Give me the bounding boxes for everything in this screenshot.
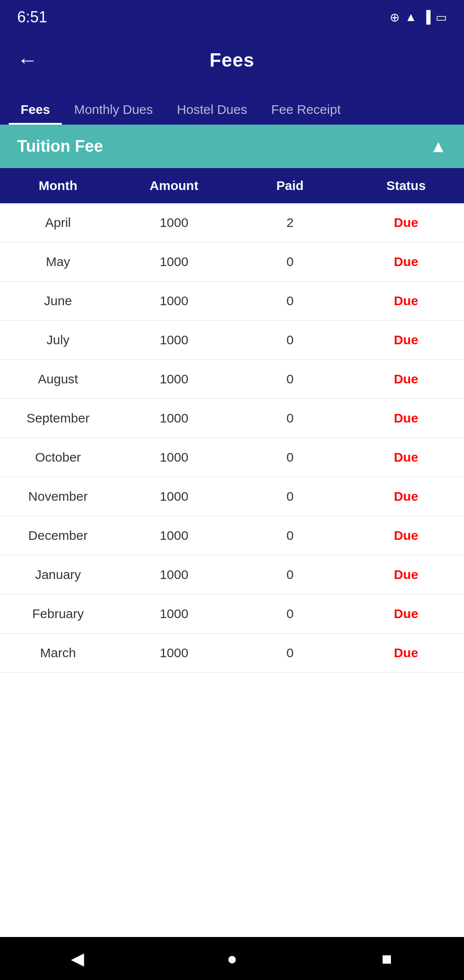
cell-status: Due [348, 477, 464, 516]
nav-back-button[interactable]: ◀ [60, 941, 95, 976]
nav-home-icon: ● [227, 949, 237, 968]
cell-month: May [0, 242, 116, 281]
col-header-status: Status [348, 168, 464, 203]
header: ← Fees [0, 34, 464, 86]
cell-paid: 0 [232, 594, 348, 633]
cell-status: Due [348, 399, 464, 438]
cell-paid: 0 [232, 634, 348, 672]
tab-hostel-dues[interactable]: Hostel Dues [165, 95, 259, 125]
cell-status: Due [348, 282, 464, 320]
table-row: March10000Due [0, 634, 464, 673]
cell-paid: 0 [232, 282, 348, 320]
cell-amount: 1000 [116, 634, 232, 672]
cell-amount: 1000 [116, 242, 232, 281]
cell-amount: 1000 [116, 594, 232, 633]
back-button[interactable]: ← [17, 50, 38, 70]
cell-month: June [0, 282, 116, 320]
cell-amount: 1000 [116, 321, 232, 359]
tab-fees[interactable]: Fees [9, 95, 62, 125]
table-row: November10000Due [0, 477, 464, 516]
back-arrow-icon: ← [17, 49, 38, 71]
cell-paid: 0 [232, 360, 348, 398]
battery-icon: ▭ [436, 10, 447, 24]
nav-back-icon: ◀ [71, 949, 84, 968]
status-time: 6:51 [17, 8, 47, 26]
cell-month: December [0, 516, 116, 555]
cell-paid: 0 [232, 242, 348, 281]
page-title: Fees [210, 49, 254, 71]
col-header-amount: Amount [116, 168, 232, 203]
cell-month: November [0, 477, 116, 516]
table-row: May10000Due [0, 242, 464, 282]
table-row: August10000Due [0, 360, 464, 399]
cell-amount: 1000 [116, 516, 232, 555]
col-header-paid: Paid [232, 168, 348, 203]
table-row: October10000Due [0, 438, 464, 477]
cell-paid: 0 [232, 321, 348, 359]
cell-amount: 1000 [116, 477, 232, 516]
at-icon: ⊕ [390, 10, 400, 24]
cell-month: July [0, 321, 116, 359]
cell-status: Due [348, 203, 464, 242]
table-row: June10000Due [0, 282, 464, 321]
cell-month: September [0, 399, 116, 438]
table-row: July10000Due [0, 321, 464, 360]
cell-amount: 1000 [116, 399, 232, 438]
section-title: Tuition Fee [17, 137, 103, 156]
cell-paid: 0 [232, 516, 348, 555]
cell-month: January [0, 555, 116, 594]
cell-status: Due [348, 594, 464, 633]
cell-status: Due [348, 242, 464, 281]
cell-status: Due [348, 555, 464, 594]
tabs-bar: Fees Monthly Dues Hostel Dues Fee Receip… [0, 86, 464, 125]
status-icons: ⊕ ▲ ▐ ▭ [390, 10, 447, 24]
table-row: April10002Due [0, 203, 464, 242]
bottom-nav: ◀ ● ■ [0, 937, 464, 980]
cell-month: March [0, 634, 116, 672]
tuition-fee-section[interactable]: Tuition Fee ▲ [0, 125, 464, 168]
table-row: January10000Due [0, 555, 464, 594]
nav-home-button[interactable]: ● [215, 941, 249, 976]
table-row: September10000Due [0, 399, 464, 438]
cell-amount: 1000 [116, 555, 232, 594]
cell-status: Due [348, 321, 464, 359]
cell-paid: 0 [232, 477, 348, 516]
cell-amount: 1000 [116, 203, 232, 242]
chevron-up-icon: ▲ [430, 137, 447, 156]
cell-month: October [0, 438, 116, 477]
tab-monthly-dues[interactable]: Monthly Dues [62, 95, 165, 125]
nav-recent-button[interactable]: ■ [369, 941, 404, 976]
cell-paid: 2 [232, 203, 348, 242]
cell-month: August [0, 360, 116, 398]
cell-month: April [0, 203, 116, 242]
cell-amount: 1000 [116, 282, 232, 320]
nav-recent-icon: ■ [382, 949, 392, 968]
cell-paid: 0 [232, 399, 348, 438]
table-row: December10000Due [0, 516, 464, 555]
tab-fee-receipt[interactable]: Fee Receipt [259, 95, 353, 125]
table-header: Month Amount Paid Status [0, 168, 464, 203]
table-body: April10002DueMay10000DueJune10000DueJuly… [0, 203, 464, 673]
cell-paid: 0 [232, 555, 348, 594]
status-bar: 6:51 ⊕ ▲ ▐ ▭ [0, 0, 464, 34]
table-row: February10000Due [0, 594, 464, 634]
cell-amount: 1000 [116, 360, 232, 398]
cell-status: Due [348, 360, 464, 398]
cell-paid: 0 [232, 438, 348, 477]
cell-status: Due [348, 516, 464, 555]
wifi-icon: ▲ [405, 10, 417, 24]
cell-amount: 1000 [116, 438, 232, 477]
cell-month: February [0, 594, 116, 633]
col-header-month: Month [0, 168, 116, 203]
cell-status: Due [348, 438, 464, 477]
cell-status: Due [348, 634, 464, 672]
signal-icon: ▐ [422, 10, 430, 24]
